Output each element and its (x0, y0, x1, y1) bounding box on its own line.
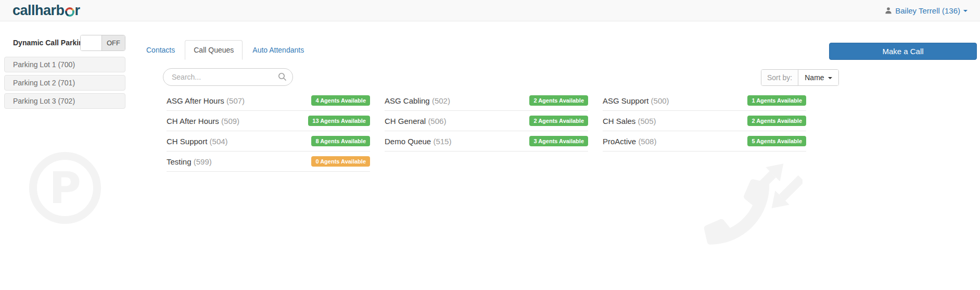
dynamic-call-parking-label: Dynamic Call Parking (13, 39, 87, 47)
queue-name: ProActive (508) (603, 137, 656, 146)
user-name: Bailey Terrell (136) (895, 6, 960, 15)
logo-text-pre: callharb (12, 3, 65, 19)
queue-title: CH Support (167, 137, 207, 146)
agents-available-badge: 8 Agents Available (311, 136, 370, 146)
queue-title: ProActive (603, 137, 636, 146)
parking-lot-button[interactable]: Parking Lot 3 (702) (4, 93, 125, 109)
queue-name: CH General (506) (385, 117, 446, 125)
top-header: callharbr Bailey Terrell (136) (0, 0, 980, 21)
queue-title: CH General (385, 117, 426, 125)
call-queue-item[interactable]: ASG Cabling (502) 2 Agents Available (385, 91, 588, 111)
user-menu[interactable]: Bailey Terrell (136) (885, 6, 968, 15)
queue-extension: (508) (638, 137, 656, 146)
queue-extension: (506) (428, 117, 446, 125)
make-a-call-button[interactable]: Make a Call (829, 43, 977, 60)
search-icon (278, 72, 287, 81)
chevron-down-icon (963, 10, 968, 12)
queue-name: ASG Cabling (502) (385, 96, 450, 105)
agents-available-badge: 2 Agents Available (529, 116, 588, 126)
call-queue-item[interactable]: Demo Queue (515) 3 Agents Available (385, 131, 588, 152)
parking-lot-button[interactable]: Parking Lot 1 (700) (4, 57, 125, 72)
tab[interactable]: Call Queues (185, 40, 243, 60)
agents-available-badge: 13 Agents Available (308, 116, 370, 126)
agents-available-badge: 1 Agents Available (747, 95, 806, 106)
tab[interactable]: Auto Attendants (244, 40, 313, 60)
queue-title: Testing (167, 157, 192, 166)
sort-selected-value: Name (805, 73, 824, 82)
queue-title: CH Sales (603, 117, 635, 125)
call-queue-item[interactable]: ASG After Hours (507) 4 Agents Available (167, 91, 370, 111)
logo-text-post: r (75, 3, 80, 19)
logo-o-ring-icon (65, 7, 74, 17)
call-queue-item[interactable]: CH General (506) 2 Agents Available (385, 111, 588, 131)
search-box (163, 68, 293, 86)
queue-extension: (502) (432, 96, 450, 105)
parking-watermark-letter: P (49, 162, 81, 213)
queue-title: ASG After Hours (167, 96, 224, 105)
toggle-state-label: OFF (102, 35, 125, 51)
parking-lot-label: Parking Lot 3 (702) (13, 97, 75, 105)
queue-title: Demo Queue (385, 137, 431, 146)
call-queue-item[interactable]: CH After Hours (509) 13 Agents Available (167, 111, 370, 131)
queue-name: CH Sales (505) (603, 117, 656, 125)
agents-available-badge: 2 Agents Available (529, 95, 588, 106)
dynamic-call-parking-toggle[interactable]: OFF (80, 35, 125, 51)
call-queue-item[interactable]: ASG Support (500) 1 Agents Available (603, 91, 806, 111)
parking-lot-label: Parking Lot 2 (701) (13, 79, 75, 87)
queue-extension: (500) (651, 96, 669, 105)
callharbor-logo[interactable]: callharbr (12, 3, 80, 19)
agents-available-badge: 4 Agents Available (311, 95, 370, 106)
queue-name: CH After Hours (509) (167, 117, 239, 125)
parking-lot-list: Parking Lot 1 (700) Parking Lot 2 (701) … (4, 57, 125, 111)
tab[interactable]: Contacts (137, 40, 184, 60)
call-queue-item[interactable]: Testing (599) 0 Agents Available (167, 152, 370, 172)
agents-available-badge: 0 Agents Available (311, 156, 370, 167)
sort-by-label: Sort by: (761, 70, 798, 85)
queue-name: Demo Queue (515) (385, 137, 451, 146)
search-input[interactable] (163, 68, 293, 86)
queue-extension: (507) (226, 96, 245, 105)
queue-title: ASG Cabling (385, 96, 430, 105)
queue-name: Testing (599) (167, 157, 212, 166)
parking-watermark-icon: P (29, 152, 101, 224)
chevron-down-icon (828, 77, 832, 79)
queue-name: ASG Support (500) (603, 96, 669, 105)
toggle-handle (81, 35, 102, 51)
sort-dropdown-button[interactable]: Name (798, 70, 838, 85)
agents-available-badge: 3 Agents Available (529, 136, 588, 146)
queue-title: CH After Hours (167, 117, 219, 125)
tab-label: Contacts (146, 46, 175, 54)
queue-name: ASG After Hours (507) (167, 96, 245, 105)
user-icon (885, 7, 892, 14)
queue-name: CH Support (504) (167, 137, 228, 146)
queue-extension: (509) (221, 117, 239, 125)
agents-available-badge: 2 Agents Available (747, 116, 806, 126)
queue-extension: (515) (433, 137, 451, 146)
parking-lot-label: Parking Lot 1 (700) (13, 60, 75, 69)
tab-label: Auto Attendants (252, 46, 304, 54)
main-tabs: Contacts Call Queues Auto Attendants (137, 40, 314, 60)
tab-label: Call Queues (194, 46, 234, 54)
call-queue-item[interactable]: CH Sales (505) 2 Agents Available (603, 111, 806, 131)
parking-lot-button[interactable]: Parking Lot 2 (701) (4, 75, 125, 91)
queue-title: ASG Support (603, 96, 648, 105)
transfer-phone-watermark-icon (704, 145, 803, 246)
call-queue-item[interactable]: CH Support (504) 8 Agents Available (167, 131, 370, 152)
sort-control: Sort by: Name (761, 69, 839, 86)
queue-extension: (599) (194, 157, 212, 166)
queue-extension: (504) (210, 137, 228, 146)
queue-extension: (505) (638, 117, 656, 125)
